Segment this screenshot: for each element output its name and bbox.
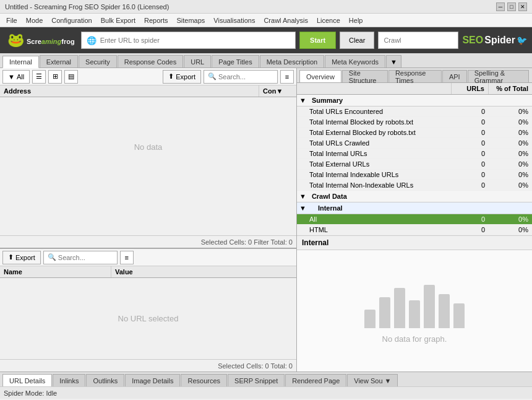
right-panel: Overview Site Structure Response Times A…	[297, 68, 532, 372]
bar-3	[394, 288, 405, 328]
tab-response-codes[interactable]: Response Codes	[118, 55, 183, 67]
menu-visualisations[interactable]: Visualisations	[210, 15, 259, 25]
otab-site-structure[interactable]: Site Structure	[342, 70, 388, 82]
bar-2	[379, 297, 390, 328]
cell-external-urls-pct: 0%	[489, 159, 532, 169]
menu-mode[interactable]: Mode	[22, 15, 47, 25]
cell-internal-urls-label: Total Internal URLs	[297, 149, 452, 159]
tab-internal[interactable]: Internal	[2, 56, 39, 68]
view-list-btn[interactable]: ☰	[32, 70, 46, 84]
bottom-options-btn[interactable]: ≡	[120, 251, 134, 264]
cell-all-urls: 0	[452, 214, 489, 224]
tab-url[interactable]: URL	[184, 55, 211, 67]
spider-mode-text: Spider Mode: Idle	[4, 389, 57, 397]
overview-table: URLs % of Total ▼ Summary Total URLs Enc…	[297, 83, 532, 235]
bottom-status-text: Selected Cells: 0 Total: 0	[218, 362, 293, 370]
filter-bar: ▼ All ☰ ⊞ ▤ ⬆ Export 🔍 ≡	[0, 68, 296, 85]
close-btn[interactable]: ✕	[518, 2, 527, 11]
btab-url-details[interactable]: URL Details	[2, 374, 52, 386]
cell-indexable-urls-count: 0	[452, 170, 489, 180]
bar-4	[409, 300, 420, 328]
menu-licence[interactable]: Licence	[313, 15, 344, 25]
view-detail-btn[interactable]: ▤	[64, 70, 78, 84]
toolbar: 🐸 Screamingfrog 🌐 Start Clear SEO Spider…	[0, 27, 532, 53]
main-layout: ▼ All ☰ ⊞ ▤ ⬆ Export 🔍 ≡ Address Con▼ No	[0, 68, 532, 372]
row-all[interactable]: All 0 0%	[297, 214, 532, 225]
btab-resources[interactable]: Resources	[181, 374, 227, 386]
row-internal-blocked: Total Internal Blocked by robots.txt 0 0…	[297, 117, 532, 128]
otab-overview[interactable]: Overview	[299, 70, 341, 82]
twitter-icon: 🐦	[517, 35, 527, 45]
tab-more-btn[interactable]: ▼	[386, 55, 401, 67]
options-btn[interactable]: ≡	[280, 70, 294, 84]
otab-api[interactable]: API	[442, 70, 467, 82]
row-internal-urls: Total Internal URLs 0 0%	[297, 149, 532, 159]
cell-non-indexable-count: 0	[452, 180, 489, 190]
cell-internal-blocked-label: Total Internal Blocked by robots.txt	[297, 117, 452, 127]
spider-mode-bar: Spider Mode: Idle	[0, 386, 532, 399]
menu-sitemaps[interactable]: Sitemaps	[173, 15, 208, 25]
btab-serp-snippet[interactable]: SERP Snippet	[228, 374, 285, 386]
tab-external[interactable]: External	[40, 55, 78, 67]
bar-7	[453, 303, 465, 328]
bottom-search-input[interactable]	[58, 254, 114, 261]
btab-inlinks[interactable]: Inlinks	[53, 374, 85, 386]
filter-icon-btn[interactable]: ▼ All	[2, 70, 30, 84]
minimize-btn[interactable]: ─	[496, 2, 505, 11]
logo-text: Screamingfrog	[27, 34, 75, 47]
oth-label	[297, 83, 452, 94]
btab-image-details[interactable]: Image Details	[125, 374, 180, 386]
tab-security[interactable]: Security	[79, 55, 117, 67]
cell-urls-crawled-pct: 0%	[489, 138, 532, 148]
no-data-graph: No data for graph.	[382, 334, 447, 344]
bottom-export-btn[interactable]: ⬆ Export	[2, 251, 41, 264]
filter-icon: ▼	[8, 73, 15, 80]
cell-internal-blocked-pct: 0%	[489, 117, 532, 127]
th-content: Con▼	[259, 85, 296, 97]
clear-button[interactable]: Clear	[340, 32, 374, 49]
logo: 🐸 Screamingfrog	[5, 30, 77, 51]
left-panel: ▼ All ☰ ⊞ ▤ ⬆ Export 🔍 ≡ Address Con▼ No	[0, 68, 297, 372]
btab-rendered-page[interactable]: Rendered Page	[285, 374, 346, 386]
cell-total-urls-pct: 0%	[489, 107, 532, 116]
export-button[interactable]: ⬆ Export	[163, 70, 201, 84]
menu-configuration[interactable]: Configuration	[48, 15, 95, 25]
summary-arrow[interactable]: ▼	[297, 95, 308, 106]
view-grid-btn[interactable]: ⊞	[48, 70, 62, 84]
internal-arrow[interactable]: ▼	[297, 202, 308, 214]
data-table: Address Con▼ No data	[0, 85, 296, 235]
bottom-search-box[interactable]: 🔍	[43, 251, 118, 264]
row-urls-crawled: Total URLs Crawled 0 0%	[297, 138, 532, 149]
menu-bulk-export[interactable]: Bulk Export	[97, 15, 139, 25]
tab-meta-description[interactable]: Meta Description	[260, 55, 325, 67]
menu-file[interactable]: File	[2, 15, 21, 25]
crawl-data-arrow[interactable]: ▼	[297, 191, 308, 202]
otab-spelling[interactable]: Spelling & Grammar	[468, 70, 529, 82]
search-input[interactable]	[218, 73, 274, 80]
search-icon: 🔍	[208, 72, 217, 80]
menu-crawl-analysis[interactable]: Crawl Analysis	[260, 15, 312, 25]
start-button[interactable]: Start	[299, 32, 336, 49]
url-input-container[interactable]: 🌐	[81, 32, 296, 49]
crawl-input[interactable]	[378, 32, 458, 49]
menu-help[interactable]: Help	[345, 15, 367, 25]
status-bar: Selected Cells: 0 Filter Total: 0	[0, 235, 296, 248]
restore-btn[interactable]: □	[507, 2, 516, 11]
cell-external-blocked-pct: 0%	[489, 128, 532, 137]
overview-header: URLs % of Total	[297, 83, 532, 95]
cell-urls-crawled-label: Total URLs Crawled	[297, 138, 452, 148]
internal-subsection-label: Internal	[308, 202, 532, 214]
tab-page-titles[interactable]: Page Titles	[212, 55, 259, 67]
cell-indexable-urls-pct: 0%	[489, 170, 532, 180]
otab-response-times[interactable]: Response Times	[388, 70, 442, 82]
menu-reports[interactable]: Reports	[140, 15, 172, 25]
search-box[interactable]: 🔍	[204, 70, 278, 84]
row-indexable-urls: Total Internal Indexable URLs 0 0%	[297, 170, 532, 180]
row-html[interactable]: HTML 0 0%	[297, 225, 532, 235]
th-value: Value	[111, 266, 296, 277]
url-input-field[interactable]	[100, 37, 290, 44]
btab-outlinks[interactable]: Outlinks	[86, 374, 124, 386]
cell-indexable-urls-label: Total Internal Indexable URLs	[297, 170, 452, 180]
tab-meta-keywords[interactable]: Meta Keywords	[325, 55, 385, 67]
btab-view-source[interactable]: View Sou ▼	[347, 374, 398, 386]
